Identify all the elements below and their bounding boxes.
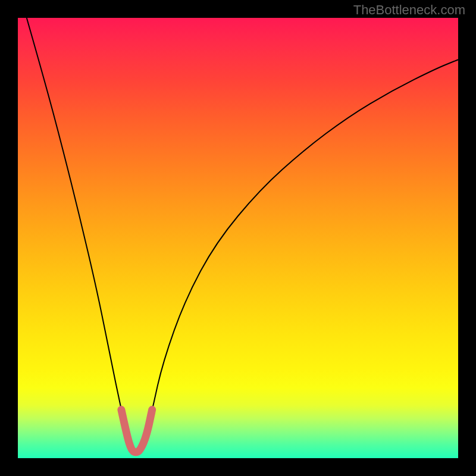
valley-highlight: [121, 410, 152, 452]
curve-svg: [18, 18, 458, 458]
plot-area: [18, 18, 458, 458]
bottleneck-curve: [27, 18, 458, 453]
watermark-text: TheBottleneck.com: [353, 2, 465, 18]
